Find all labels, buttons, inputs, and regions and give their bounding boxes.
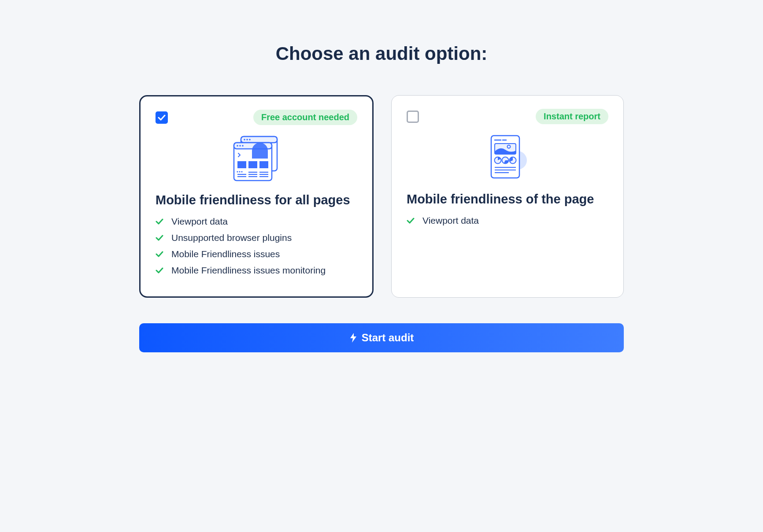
svg-rect-12	[248, 161, 257, 168]
option-title: Mobile friendliness of the page	[407, 192, 608, 207]
check-icon	[156, 267, 163, 273]
feature-text: Viewport data	[171, 216, 228, 227]
checkbox-unchecked[interactable]	[407, 111, 419, 123]
feature-list: Viewport data	[407, 215, 608, 226]
list-item: Mobile Friendliness issues monitoring	[156, 265, 357, 276]
list-item: Viewport data	[156, 216, 357, 227]
badge-instant-report: Instant report	[536, 109, 608, 124]
list-item: Mobile Friendliness issues	[156, 249, 357, 259]
check-icon	[158, 115, 166, 121]
check-icon	[156, 235, 163, 241]
svg-point-8	[237, 145, 238, 147]
checkbox-checked[interactable]	[156, 111, 168, 124]
svg-point-4	[246, 139, 248, 140]
feature-text: Unsupported browser plugins	[171, 233, 292, 243]
feature-list: Viewport data Unsupported browser plugin…	[156, 216, 357, 276]
svg-point-3	[244, 139, 245, 140]
svg-point-14	[237, 171, 238, 172]
start-audit-button[interactable]: Start audit	[139, 323, 624, 352]
badge-free-account: Free account needed	[253, 110, 357, 125]
option-card-all-pages[interactable]: Free account needed	[139, 95, 374, 298]
page-title: Choose an audit option:	[139, 43, 624, 64]
svg-point-15	[239, 171, 240, 172]
svg-point-16	[241, 171, 242, 172]
check-icon	[156, 251, 163, 257]
svg-point-9	[239, 145, 241, 147]
feature-text: Mobile Friendliness issues monitoring	[171, 265, 326, 276]
list-item: Unsupported browser plugins	[156, 233, 357, 243]
svg-rect-13	[259, 161, 268, 168]
svg-rect-11	[237, 161, 246, 168]
svg-point-5	[249, 139, 251, 140]
option-title: Mobile friendliness for all pages	[156, 193, 357, 207]
start-audit-label: Start audit	[362, 332, 414, 344]
feature-text: Viewport data	[422, 215, 479, 226]
option-cards: Free account needed	[139, 95, 624, 298]
option-card-single-page[interactable]: Instant report	[391, 95, 624, 298]
svg-point-10	[242, 145, 244, 147]
illustration-single-page	[407, 133, 608, 181]
check-icon	[407, 218, 415, 224]
feature-text: Mobile Friendliness issues	[171, 249, 280, 259]
list-item: Viewport data	[407, 215, 608, 226]
check-icon	[156, 218, 163, 225]
illustration-multi-page	[156, 134, 357, 182]
lightning-icon	[349, 333, 357, 343]
